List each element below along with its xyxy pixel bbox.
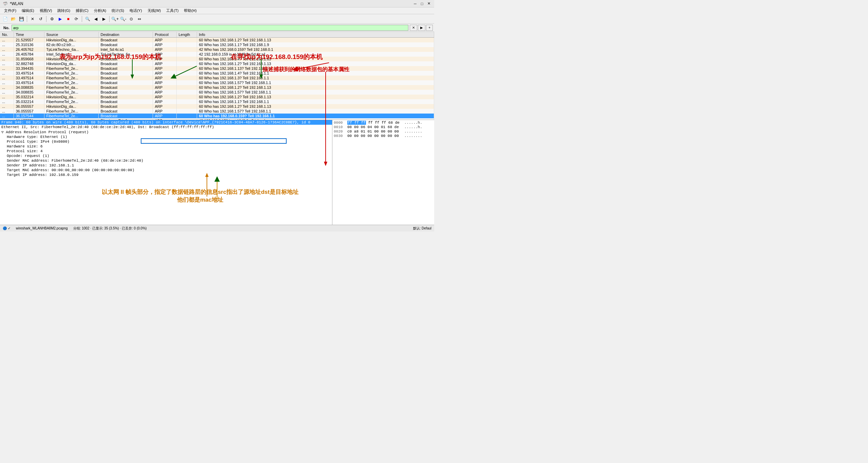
table-row[interactable]: ...31.859668HikvisionDig_da...BroadcastA… [0,57,434,61]
menu-go[interactable]: 跳转(G) [55,7,73,14]
col-time[interactable]: Time [14,32,44,38]
table-row[interactable]: ...25.31013682:dc:80:c2:b9:...BroadcastA… [0,42,434,47]
menu-edit[interactable]: 编辑(E) [19,7,37,14]
detail-line[interactable]: Sender IP address: 192.168.1.1 [0,163,332,168]
table-row[interactable]: ...35.032214HikvisionDig_da...BroadcastA… [0,95,434,99]
menu-file[interactable]: 文件(F) [1,7,19,14]
status-file: 🔵 ✓ [3,226,11,230]
hex-panel: 0000ff ff ff ff ff ff 68 de......h.00100… [332,120,434,232]
close-capture-button[interactable]: ✕ [29,15,36,23]
status-filename: wireshark_WLANHBA8M2.pcapng [16,226,68,230]
title-bar: 🦈 *WLAN ─ □ ✕ [0,0,434,7]
col-destination[interactable]: Destination [98,32,153,38]
start-capture-button[interactable]: ▶ [56,15,64,23]
table-row[interactable]: ...33.497514FiberhomeTel_2e...BroadcastA… [0,80,434,85]
restart-capture-button[interactable]: ⟳ [73,15,80,23]
menu-capture[interactable]: 捕获(C) [73,7,91,14]
hex-row: 003000 00 00 00 00 00 00 00........ [334,134,433,138]
packet-detail-panel[interactable]: Frame 940: 60 bytes on wire (480 bits), … [0,120,332,232]
resize-columns-button[interactable]: ⇔ [136,15,143,23]
close-button[interactable]: ✕ [426,1,431,6]
prev-button[interactable]: ◀ [92,15,99,23]
menu-tools[interactable]: 工具(T) [163,7,181,14]
detail-line[interactable]: Sender MAC address: FiberhomeTel_2e:2d:4… [0,158,332,163]
detail-line[interactable]: Opcode: request (1) [0,154,332,158]
detail-line[interactable]: Hardware type: Ethernet (1) [0,135,332,139]
title-bar-left: 🦈 *WLAN [3,1,23,6]
detail-line[interactable]: Target IP address: 192.168.0.159 [0,173,332,177]
table-row[interactable]: ...34.008835FiberhomeTel_2e...BroadcastA… [0,90,434,95]
menu-phone[interactable]: 电话(Y) [127,7,145,14]
table-row[interactable]: ...34.008835FiberhomeTel_da...BroadcastA… [0,85,434,90]
table-row[interactable]: ...36.157571Intel_5d:4c:a1FiberhomeTel_2… [0,118,434,120]
col-source[interactable]: Source [44,32,98,38]
minimize-button[interactable]: ─ [412,1,418,6]
table-row[interactable]: ...36.055557FiberhomeTel_2e...BroadcastA… [0,109,434,114]
table-row[interactable]: ...26.405784Intel_5d:4c:a1TpLinkTechno_6… [0,52,434,57]
maximize-button[interactable]: □ [419,1,425,6]
table-row[interactable]: ...33.394435FiberhomeTel_2e...BroadcastA… [0,66,434,71]
detail-line[interactable]: Hardware size: 6 [0,144,332,149]
detail-line[interactable]: ▽ Address Resolution Protocol (request) [0,129,332,135]
status-packets: 分组: 1002 · 已显示: 35 (3.5%) · 已丢弃: 0 (0.0%… [73,226,147,231]
window-title: *WLAN [10,1,23,6]
hex-row: 0020c0 a8 01 01 00 00 00 00........ [334,129,433,134]
reload-button[interactable]: ↺ [37,15,44,23]
col-protocol[interactable]: Protocol [153,32,176,38]
table-row[interactable]: ...36.157544FiberhomeTel_2e...BroadcastA… [0,114,434,118]
table-row[interactable]: ...36.055557HikvisionDig_da...BroadcastA… [0,104,434,109]
toolbar-sep4 [109,16,110,22]
detail-line[interactable]: Protocol type: IPv4 (0x0800) [0,139,332,144]
detail-line[interactable]: Target MAC address: 00:00:00_00:00:00 (0… [0,168,332,173]
col-info[interactable]: Info [197,32,434,38]
table-row[interactable]: ...33.497514FiberhomeTel_2e...BroadcastA… [0,76,434,80]
menu-analyze[interactable]: 分析(A) [91,7,109,14]
open-button[interactable]: 📂 [9,15,17,23]
packet-list-area[interactable]: No. Time Source Destination Protocol Len… [0,32,434,120]
packet-table: No. Time Source Destination Protocol Len… [0,32,434,120]
status-profile: 默认: Defaul [413,226,431,231]
table-row[interactable]: ...26.405762TpLinkTechno_6a...Intel_5d:4… [0,47,434,52]
save-button[interactable]: 💾 [18,15,25,23]
zoom-out-button[interactable]: 🔍- [119,15,127,23]
menu-view[interactable]: 视图(V) [37,7,55,14]
toolbar: 📄 📂 💾 ✕ ↺ ⚙ ▶ ■ ⟳ 🔍 ◀ ▶ 🔍+ 🔍- ⊙ ⇔ [0,14,434,24]
apply-filter-button[interactable]: ▶ [418,25,425,31]
menu-help[interactable]: 帮助(H) [181,7,199,14]
save-filter-button[interactable]: + [426,25,433,31]
col-length[interactable]: Length [176,32,197,38]
detail-line[interactable]: Ethernet II, Src: FiberhomeTel_2e:2d:40 … [0,125,332,129]
stop-capture-button[interactable]: ■ [64,15,72,23]
packet-list-container: No. Time Source Destination Protocol Len… [0,32,434,120]
next-button[interactable]: ▶ [100,15,108,23]
detail-line[interactable]: Protocol size: 4 [0,149,332,154]
detail-line[interactable]: Frame 940: 60 bytes on wire (480 bits), … [0,120,332,125]
table-row[interactable]: ...21.529557HikvisionDig_da...BroadcastA… [0,38,434,43]
new-file-button[interactable]: 📄 [1,15,9,23]
toolbar-sep3 [82,16,82,22]
bottom-split: Frame 940: 60 bytes on wire (480 bits), … [0,120,434,232]
content-area: No. Time Source Destination Protocol Len… [0,32,434,232]
menu-stats[interactable]: 统计(S) [109,7,127,14]
hex-row: 0000ff ff ff ff ff ff 68 de......h. [334,121,433,125]
capture-options-button[interactable]: ⚙ [48,15,56,23]
toolbar-sep2 [46,16,46,22]
filter-buttons: ✕ ▶ + [410,25,433,31]
zoom-reset-button[interactable]: ⊙ [128,15,135,23]
filter-bar: No. ✕ ▶ + [0,24,434,32]
app-window: 🦈 *WLAN ─ □ ✕ 文件(F) 编辑(E) 视图(V) 跳转(G) 捕获… [0,0,434,232]
table-row[interactable]: ...32.882748HikvisionDig_da...BroadcastA… [0,61,434,66]
find-button[interactable]: 🔍 [84,15,91,23]
toolbar-sep1 [27,16,27,22]
menu-wireless[interactable]: 无线(W) [145,7,164,14]
title-bar-controls[interactable]: ─ □ ✕ [412,1,431,6]
table-row[interactable]: ...35.032214FiberhomeTel_2e...BroadcastA… [0,99,434,104]
col-no[interactable]: No. [0,32,14,38]
app-icon: 🦈 [3,1,8,6]
table-row[interactable]: ...33.497514FiberhomeTel_2e...BroadcastA… [0,71,434,76]
menu-bar: 文件(F) 编辑(E) 视图(V) 跳转(G) 捕获(C) 分析(A) 统计(S… [0,7,434,14]
filter-input[interactable] [12,25,408,31]
filter-label: No. [1,26,12,30]
zoom-in-button[interactable]: 🔍+ [111,15,119,23]
clear-filter-button[interactable]: ✕ [410,25,417,31]
